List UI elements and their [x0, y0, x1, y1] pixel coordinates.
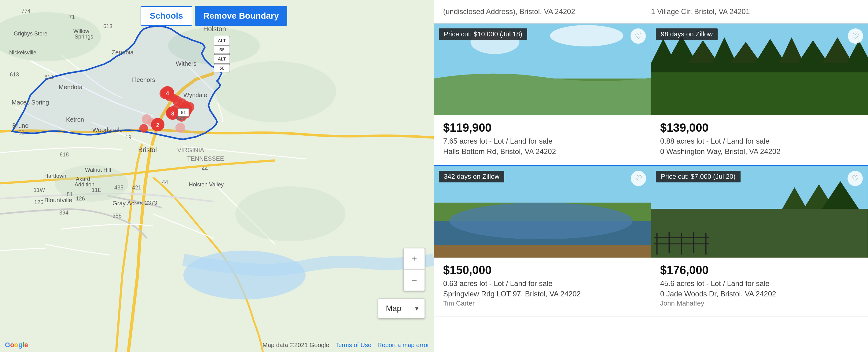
listing-badge-1: Price cut: $10,000 (Jul 18): [439, 28, 527, 40]
svg-text:Addition: Addition: [74, 182, 94, 188]
svg-text:Maces Spring: Maces Spring: [11, 99, 49, 106]
svg-text:Zenobia: Zenobia: [112, 49, 134, 56]
svg-text:TENNESSEE: TENNESSEE: [187, 155, 224, 162]
svg-text:4: 4: [166, 91, 169, 97]
svg-text:613: 613: [44, 74, 54, 80]
svg-rect-102: [651, 209, 868, 258]
zoom-out-button[interactable]: −: [403, 269, 425, 291]
svg-rect-99: [434, 245, 651, 258]
zoom-controls: + −: [403, 248, 425, 291]
svg-text:Holston Valley: Holston Valley: [189, 182, 224, 188]
svg-text:Gray Acres: Gray Acres: [113, 200, 143, 206]
svg-point-6: [235, 186, 345, 242]
svg-text:Grigbys Store: Grigbys Store: [14, 31, 48, 37]
svg-text:Willow: Willow: [73, 28, 90, 34]
svg-text:Walnut Hill: Walnut Hill: [85, 167, 111, 173]
top-address-2: 1 Village Cir, Bristol, VA 24201: [651, 5, 859, 18]
svg-text:Woodsdale: Woodsdale: [92, 127, 123, 133]
google-logo: Google: [5, 341, 28, 349]
listing-price-1: $119,900: [443, 121, 642, 134]
svg-text:Fleenors: Fleenors: [131, 76, 155, 83]
svg-text:Bruno: Bruno: [12, 122, 28, 129]
svg-text:618: 618: [60, 152, 69, 158]
listing-info-2: $139,000 0.88 acres lot - Lot / Land for…: [651, 115, 868, 156]
listing-card-2[interactable]: 98 days on Zillow ♡ $139,000 0.88 acres …: [651, 24, 868, 165]
listing-price-4: $176,000: [660, 264, 859, 277]
svg-text:58: 58: [219, 47, 225, 52]
map-svg: 4 3 2 2 774 71 613 Grigbys Store Willow …: [0, 0, 434, 352]
listing-info-3: $150,000 0.63 acres lot - Lot / Land for…: [434, 258, 651, 308]
svg-text:58: 58: [18, 130, 25, 136]
listing-price-3: $150,000: [443, 264, 642, 277]
svg-text:71: 71: [69, 14, 75, 20]
zoom-in-button[interactable]: +: [403, 248, 425, 269]
listing-favorite-2[interactable]: ♡: [848, 28, 863, 44]
svg-text:Blountville: Blountville: [44, 197, 72, 203]
svg-text:Withers: Withers: [176, 60, 196, 67]
svg-text:Mendota: Mendota: [59, 84, 83, 91]
svg-text:394: 394: [59, 210, 68, 216]
listing-grid: Price cut: $10,000 (Jul 18) ♡ $119,900 7…: [434, 24, 868, 317]
listing-favorite-1[interactable]: ♡: [630, 28, 646, 44]
listing-card-1[interactable]: Price cut: $10,000 (Jul 18) ♡ $119,900 7…: [434, 24, 651, 165]
svg-text:421: 421: [132, 185, 141, 191]
map-controls: Schools Remove Boundary: [141, 6, 287, 26]
svg-text:435: 435: [114, 185, 123, 191]
svg-text:ALT: ALT: [218, 38, 226, 43]
svg-text:2373: 2373: [145, 200, 157, 206]
svg-text:58: 58: [219, 65, 225, 71]
listing-address-1: Halls Bottom Rd, Bristol, VA 24202: [443, 147, 642, 156]
svg-text:613: 613: [10, 71, 19, 77]
listing-details-2: 0.88 acres lot - Lot / Land for sale: [660, 137, 859, 146]
map-copyright: Map data ©2021 Google: [262, 342, 329, 349]
svg-text:11W: 11W: [34, 187, 45, 193]
svg-text:126: 126: [34, 199, 43, 205]
listing-image-4: Price cut: $7,000 (Jul 20) ♡: [651, 166, 868, 258]
svg-text:Holston: Holston: [203, 25, 226, 33]
listing-favorite-4[interactable]: ♡: [847, 171, 863, 186]
listing-info-4: $176,000 45.6 acres lot - Lot / Land for…: [651, 258, 868, 308]
listing-address-3: Springview Rdg LOT 97, Bristol, VA 24202: [443, 290, 642, 298]
svg-text:613: 613: [103, 23, 113, 29]
map-type-label: Map: [378, 299, 409, 318]
listing-favorite-3[interactable]: ♡: [631, 171, 646, 186]
listing-details-4: 45.6 acres lot - Lot / Land for sale: [660, 279, 859, 288]
svg-text:3: 3: [171, 110, 174, 117]
listing-info-1: $119,900 7.65 acres lot - Lot / Land for…: [434, 115, 651, 156]
svg-point-4: [214, 61, 336, 122]
listing-badge-4: Price cut: $7,000 (Jul 20): [656, 171, 741, 183]
svg-point-23: [176, 123, 185, 133]
map-footer: Google Map data ©2021 Google Terms of Us…: [0, 341, 434, 349]
svg-text:2: 2: [156, 122, 159, 128]
listing-card-3[interactable]: 342 days on Zillow ♡ $150,000 0.63 acres…: [434, 166, 651, 317]
svg-text:11E: 11E: [92, 187, 101, 193]
svg-text:Bristol: Bristol: [138, 146, 157, 154]
remove-boundary-button[interactable]: Remove Boundary: [195, 6, 287, 26]
map-type-control[interactable]: Map ▾: [378, 298, 425, 318]
svg-text:Harttown: Harttown: [44, 173, 66, 179]
svg-point-92: [550, 25, 623, 46]
listing-badge-3: 342 days on Zillow: [439, 171, 504, 183]
map-section: 4 3 2 2 774 71 613 Grigbys Store Willow …: [0, 0, 434, 352]
svg-text:ALT: ALT: [218, 56, 226, 61]
listings-section: (undisclosed Address), Bristol, VA 24202…: [434, 0, 868, 352]
schools-button[interactable]: Schools: [141, 6, 192, 26]
svg-text:VIRGINIA: VIRGINIA: [177, 147, 204, 153]
svg-text:Wyndale: Wyndale: [183, 92, 207, 98]
listing-details-1: 7.65 acres lot - Lot / Land for sale: [443, 137, 642, 146]
map-footer-links: Map data ©2021 Google Terms of Use Repor…: [262, 342, 429, 349]
listing-image-1: Price cut: $10,000 (Jul 18) ♡: [434, 24, 651, 115]
terms-of-use-link[interactable]: Terms of Use: [335, 342, 371, 349]
svg-text:Akard: Akard: [76, 176, 90, 182]
svg-text:774: 774: [21, 8, 31, 14]
listing-address-4: 0 Jade Woods Dr, Bristol, VA 24202: [660, 290, 859, 298]
svg-point-22: [140, 124, 148, 133]
report-map-error-link[interactable]: Report a map error: [377, 342, 429, 349]
svg-text:358: 358: [113, 213, 122, 219]
listing-card-4[interactable]: Price cut: $7,000 (Jul 20) ♡ $176,000 45…: [651, 166, 868, 317]
svg-point-100: [449, 202, 633, 239]
svg-text:Nickelsville: Nickelsville: [9, 50, 36, 56]
listing-image-2: 98 days on Zillow ♡: [651, 24, 868, 115]
svg-text:Springs: Springs: [74, 34, 93, 40]
listing-details-3: 0.63 acres lot - Lot / Land for sale: [443, 279, 642, 288]
